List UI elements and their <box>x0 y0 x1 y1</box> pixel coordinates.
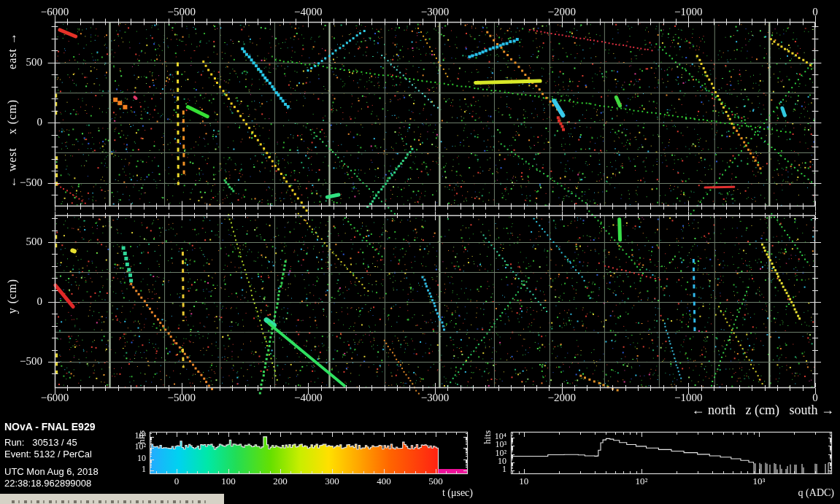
charge-histogram-xlabel: q (ADC) <box>772 487 834 499</box>
time-hist-xtick-label: 0 <box>174 476 180 486</box>
nova-event-display-screen: −6000−6000−5000−5000−4000−4000−3000−3000… <box>0 0 840 504</box>
time-histogram-xlabel: t (μsec) <box>420 487 473 499</box>
time-hist-xtick-label: 400 <box>377 476 391 486</box>
xz-east-label: east → <box>6 32 19 69</box>
run-number: Run: 30513 / 45 <box>4 437 77 448</box>
z-axis-direction-label: ← north z (cm) south → <box>528 403 834 418</box>
time-histogram-ylabel: hits <box>136 430 147 444</box>
time-hist-xtick-label: 500 <box>428 476 443 486</box>
charge-hist-ytick-label: 1 <box>502 465 506 473</box>
xz-west-label: ← west <box>6 147 19 187</box>
charge-hist-ytick-label: 10² <box>495 449 506 457</box>
utc-time: 22:38:18.962899008 <box>4 478 91 489</box>
charge-hist-ytick-label: 10 <box>498 457 506 465</box>
experiment-title: NOvA - FNAL E929 <box>4 421 95 433</box>
event-number: Event: 5132 / PerCal <box>4 449 92 460</box>
time-hist-xtick-label: 200 <box>273 476 288 486</box>
time-hist-xtick-label: 300 <box>325 476 339 486</box>
unreadable-text-smudge <box>12 500 210 503</box>
charge-hist-xtick-label: 10² <box>635 476 647 486</box>
charge-histogram-canvas[interactable] <box>507 427 840 478</box>
utc-date: UTC Mon Aug 6, 2018 <box>4 466 99 477</box>
time-hist-ytick-label: 10 <box>137 454 146 462</box>
xz-axis-label: x (cm) <box>6 99 19 134</box>
event-display-canvas[interactable] <box>0 0 840 423</box>
charge-hist-ytick-label: 10⁴ <box>495 432 506 441</box>
charge-hist-xtick-label: 10³ <box>752 476 765 486</box>
time-hist-xtick-label: 100 <box>221 476 236 486</box>
charge-histogram-ylabel: hits <box>482 430 493 444</box>
charge-hist-xtick-label: 10 <box>519 476 528 486</box>
background-window-strip <box>0 494 224 504</box>
yz-axis-label: y (cm) <box>6 279 19 314</box>
time-histogram-canvas[interactable] <box>146 427 473 478</box>
charge-hist-ytick-label: 10³ <box>495 440 506 449</box>
